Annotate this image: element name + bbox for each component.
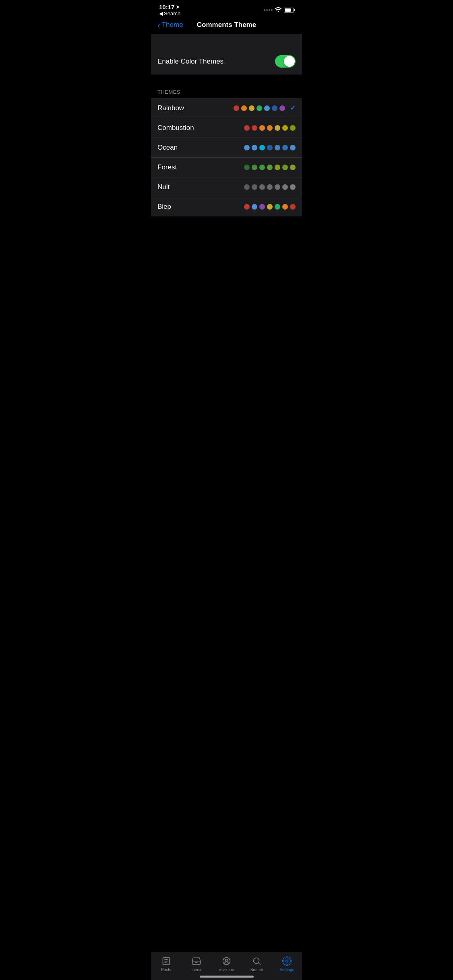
back-chevron-icon: ‹ bbox=[157, 21, 160, 29]
status-left: 10:17 ➤ ◀ Search bbox=[159, 4, 180, 16]
toggle-label: Enable Color Themes bbox=[157, 58, 223, 66]
time-label: 10:17 bbox=[159, 4, 174, 10]
color-dot bbox=[290, 145, 296, 150]
color-dots-blep bbox=[244, 204, 296, 210]
color-dot bbox=[234, 105, 239, 111]
color-dot bbox=[252, 165, 257, 170]
color-dot bbox=[275, 145, 280, 150]
color-dot bbox=[259, 165, 265, 170]
theme-name-combustion: Combustion bbox=[157, 124, 194, 132]
theme-name-blep: Blep bbox=[157, 203, 171, 211]
color-dot bbox=[259, 184, 265, 190]
back-label: Theme bbox=[162, 21, 183, 29]
color-dot bbox=[275, 184, 280, 190]
theme-row-rainbow[interactable]: Rainbow✓ bbox=[151, 98, 302, 118]
theme-row-combustion[interactable]: Combustion bbox=[151, 118, 302, 138]
nav-bar: ‹ Theme Comments Theme bbox=[151, 18, 302, 34]
color-dot bbox=[267, 165, 273, 170]
theme-row-forest[interactable]: Forest bbox=[151, 158, 302, 177]
color-dot bbox=[252, 204, 257, 210]
color-dot bbox=[259, 145, 265, 150]
theme-row-ocean[interactable]: Ocean bbox=[151, 138, 302, 158]
status-back: ◀ Search bbox=[159, 10, 180, 16]
color-dot bbox=[244, 145, 250, 150]
theme-right-combustion bbox=[244, 125, 296, 131]
wifi-icon bbox=[275, 7, 281, 13]
color-dots-nuit bbox=[244, 184, 296, 190]
battery-icon bbox=[284, 8, 294, 12]
status-back-label: Search bbox=[164, 10, 180, 16]
color-dot bbox=[267, 184, 273, 190]
signal-icon bbox=[264, 9, 273, 11]
color-dot bbox=[290, 204, 296, 210]
color-dot bbox=[282, 204, 288, 210]
theme-right-ocean bbox=[244, 145, 296, 150]
color-dot bbox=[241, 105, 247, 111]
theme-right-forest bbox=[244, 165, 296, 170]
enable-color-themes-toggle[interactable] bbox=[275, 55, 296, 68]
color-dot bbox=[275, 165, 280, 170]
color-dot bbox=[259, 125, 265, 131]
color-dot bbox=[252, 184, 257, 190]
location-icon: ➤ bbox=[176, 4, 180, 10]
content-area: Enable Color Themes THEMES Rainbow✓Combu… bbox=[151, 34, 302, 265]
themes-header: THEMES bbox=[151, 89, 302, 98]
toggle-knob bbox=[284, 56, 295, 67]
color-dot bbox=[282, 184, 288, 190]
theme-name-nuit: Nuit bbox=[157, 183, 170, 191]
selected-checkmark: ✓ bbox=[290, 104, 296, 112]
color-dot bbox=[267, 204, 273, 210]
color-dot bbox=[290, 165, 296, 170]
color-dot bbox=[259, 204, 265, 210]
color-dot bbox=[264, 105, 270, 111]
color-dots-combustion bbox=[244, 125, 296, 131]
color-dots-rainbow bbox=[234, 105, 285, 111]
color-dot bbox=[282, 145, 288, 150]
color-dot bbox=[244, 165, 250, 170]
theme-row-blep[interactable]: Blep bbox=[151, 197, 302, 216]
theme-right-rainbow: ✓ bbox=[234, 104, 296, 112]
theme-list: Rainbow✓CombustionOceanForestNuitBlep bbox=[151, 98, 302, 216]
theme-name-rainbow: Rainbow bbox=[157, 104, 184, 112]
enable-color-themes-row: Enable Color Themes bbox=[151, 49, 302, 74]
theme-right-nuit bbox=[244, 184, 296, 190]
theme-row-nuit[interactable]: Nuit bbox=[151, 177, 302, 197]
back-button[interactable]: ‹ Theme bbox=[157, 21, 183, 29]
color-dots-ocean bbox=[244, 145, 296, 150]
toggle-separator bbox=[151, 74, 302, 74]
themes-section: THEMES Rainbow✓CombustionOceanForestNuit… bbox=[151, 89, 302, 216]
color-dot bbox=[244, 204, 250, 210]
theme-name-forest: Forest bbox=[157, 163, 177, 171]
color-dot bbox=[290, 125, 296, 131]
color-dot bbox=[279, 105, 285, 111]
color-dot bbox=[252, 145, 257, 150]
color-dot bbox=[244, 184, 250, 190]
color-dots-forest bbox=[244, 165, 296, 170]
color-dot bbox=[282, 125, 288, 131]
color-dot bbox=[275, 125, 280, 131]
theme-name-ocean: Ocean bbox=[157, 144, 178, 152]
theme-right-blep bbox=[244, 204, 296, 210]
color-dot bbox=[249, 105, 254, 111]
color-dot bbox=[282, 165, 288, 170]
color-dot bbox=[290, 184, 296, 190]
back-chevron-small: ◀ bbox=[159, 10, 163, 16]
color-dot bbox=[272, 105, 277, 111]
color-dot bbox=[267, 145, 273, 150]
color-dot bbox=[275, 204, 280, 210]
status-time: 10:17 ➤ bbox=[159, 4, 180, 10]
status-bar: 10:17 ➤ ◀ Search bbox=[151, 0, 302, 18]
color-dot bbox=[267, 125, 273, 131]
section-gap-top bbox=[151, 34, 302, 49]
color-dot bbox=[256, 105, 262, 111]
nav-title: Comments Theme bbox=[197, 21, 256, 29]
status-right bbox=[264, 7, 294, 13]
color-dot bbox=[252, 125, 257, 131]
color-dot bbox=[244, 125, 250, 131]
